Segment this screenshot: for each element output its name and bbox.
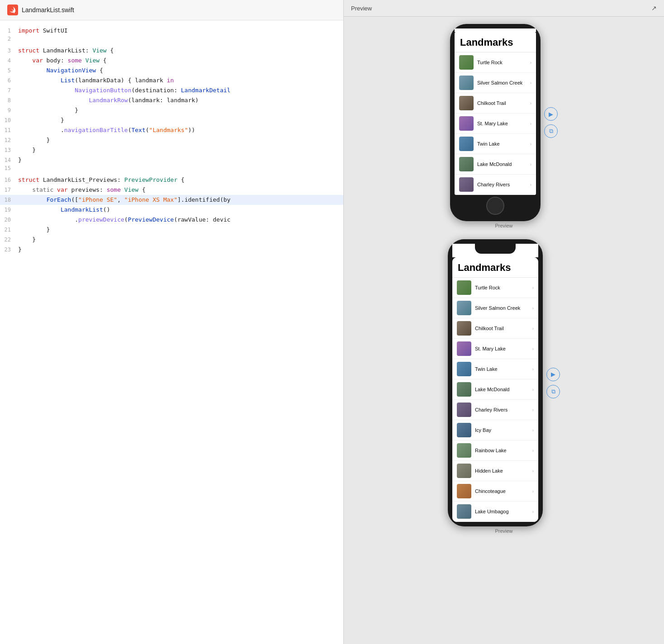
token-kw-blue: LandmarkDetail [181,87,231,94]
landmark-name: Hidden Lake [475,468,529,474]
line-number: 15 [4,165,18,171]
token-kw-blue: NavigationView [47,67,96,74]
landmark-thumbnail [459,96,474,110]
list-item[interactable]: Lake McDonald› [452,379,538,400]
landmark-name: Twin Lake [475,366,529,372]
token-method-purple: NavigationButton [75,87,131,94]
line-number: 2 [4,36,18,42]
list-item[interactable]: Hidden Lake› [452,461,538,481]
code-line-10: 10 } [0,115,343,125]
token-kw-blue: Text [131,127,145,133]
list-item[interactable]: Chilkoot Trail› [452,318,538,339]
list-item[interactable]: Twin Lake› [452,359,538,379]
play-button-2[interactable]: ▶ [546,368,560,381]
token-kw-orange: "iPhone SE" [78,196,117,203]
landmark-name: Lake McDonald [477,161,526,167]
line-number: 3 [4,47,18,54]
chevron-icon: › [532,285,534,290]
landmark-thumbnail [457,423,471,437]
token-plain: } [18,236,36,243]
list-item[interactable]: Turtle Rock› [452,278,538,298]
expand-icon[interactable]: ↗ [651,5,657,12]
code-line-9: 9 } [0,105,343,115]
list-item[interactable]: Icy Bay› [452,420,538,440]
token-plain [18,57,32,64]
code-line-8: 8 LandmarkRow(landmark: landmark) [0,95,343,105]
code-line-1: 1import SwiftUI [0,26,343,36]
phone-se: Landmarks Turtle Rock›Silver Salmon Cree… [450,24,541,221]
line-number: 16 [4,177,18,183]
code-text: } [18,105,78,115]
token-plain: )) [188,127,195,133]
token-kw-blue: ForEach [47,196,71,203]
chevron-icon: › [532,387,534,392]
line-number: 13 [4,147,18,153]
code-text: struct LandmarkList_Previews: PreviewPro… [18,175,185,185]
swift-file-icon [7,5,18,15]
landmark-list-2[interactable]: Turtle Rock›Silver Salmon Creek›Chilkoot… [452,278,538,522]
code-text: import SwiftUI [18,26,68,36]
se-top-bar [455,28,536,32]
code-line-3: 3struct LandmarkList: View { [0,46,343,56]
token-plain [121,186,124,193]
notch [475,244,516,254]
landmark-name: Turtle Rock [475,285,529,290]
landmark-name: Rainbow Lake [475,448,529,453]
chevron-icon: › [532,306,534,311]
token-plain [18,67,47,74]
landmark-thumbnail [459,177,474,192]
token-plain: . [18,216,78,223]
code-text: } [18,115,64,125]
landmark-name: St. Mary Lake [477,121,526,126]
landmark-name: St. Mary Lake [475,346,529,351]
line-number: 5 [4,67,18,74]
code-line-13: 13 } [0,145,343,155]
list-item[interactable]: Chincoteague› [452,481,538,502]
line-number: 4 [4,57,18,64]
list-item[interactable]: St. Mary Lake› [455,114,536,134]
line-number: 9 [4,107,18,114]
token-kw-pink: var [32,57,43,64]
landmark-name: Silver Salmon Creek [477,80,526,85]
list-item[interactable]: Charley Rivers› [452,400,538,420]
list-item[interactable]: Charley Rivers› [455,175,536,195]
list-item[interactable]: St. Mary Lake› [452,339,538,359]
code-line-18: 18 ForEach(["iPhone SE", "iPhone XS Max"… [0,195,343,205]
line-number: 23 [4,246,18,253]
preview-header-title: Preview [351,5,372,12]
landmark-name: Lake Umbagog [475,509,529,514]
chevron-icon: › [532,326,534,331]
copy-button-1[interactable]: ⧉ [544,124,558,138]
landmark-thumbnail [457,504,471,519]
token-type-teal: View [124,186,138,193]
landmark-name: Charley Rivers [475,407,529,412]
token-plain: { [107,47,114,54]
list-item[interactable]: Rainbow Lake› [452,440,538,461]
landmark-list-1[interactable]: Turtle Rock›Silver Salmon Creek›Chilkoot… [455,52,536,195]
list-item[interactable]: Silver Salmon Creek› [455,73,536,93]
landmark-name: Turtle Rock [477,60,526,65]
token-kw-orange: "iPhone XS Max" [124,196,177,203]
token-plain [53,186,57,193]
preview-header: Preview ↗ [344,0,664,17]
code-area[interactable]: 1import SwiftUI23struct LandmarkList: Vi… [0,20,343,644]
code-panel: LandmarkList.swift 1import SwiftUI23stru… [0,0,344,644]
token-plain: previews: [68,186,107,193]
landmark-thumbnail [457,321,471,336]
list-item[interactable]: Chilkoot Trail› [455,93,536,114]
list-item[interactable]: Twin Lake› [455,134,536,154]
list-item[interactable]: Lake Umbagog› [452,502,538,522]
copy-button-2[interactable]: ⧉ [546,385,560,398]
list-item[interactable]: Silver Salmon Creek› [452,298,538,318]
line-number: 10 [4,117,18,123]
line-number: 19 [4,207,18,213]
code-text: NavigationView { [18,66,103,76]
list-item[interactable]: Lake McDonald› [455,154,536,175]
line-number: 14 [4,157,18,163]
list-item[interactable]: Turtle Rock› [455,52,536,73]
preview-2-wrapper: Landmarks Turtle Rock›Silver Salmon Cree… [448,239,560,526]
play-button-1[interactable]: ▶ [544,107,558,121]
preview-label-1: Preview [495,223,512,228]
token-plain: } [18,137,50,143]
token-plain: ( [124,216,128,223]
